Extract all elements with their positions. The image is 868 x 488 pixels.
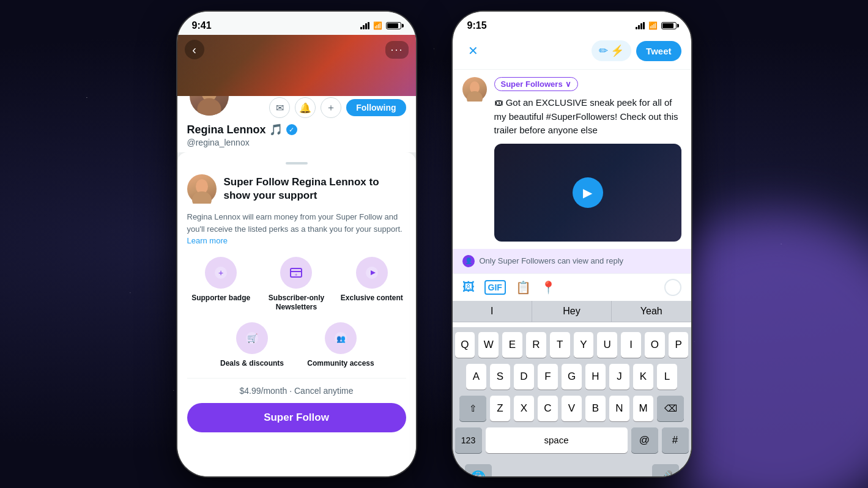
- key-m[interactable]: M: [633, 396, 653, 421]
- key-k[interactable]: K: [633, 364, 653, 390]
- lightning-icon: ⚡: [610, 44, 624, 57]
- location-icon[interactable]: 📍: [541, 280, 556, 295]
- message-button[interactable]: ✉: [269, 97, 290, 118]
- svg-text:+: +: [218, 268, 223, 278]
- notification-button[interactable]: 🔔: [295, 97, 316, 118]
- super-follow-button[interactable]: Super Follow: [187, 403, 406, 432]
- price-text: $4.99/month · Cancel anytime: [187, 386, 406, 396]
- tweet-compose-area: Super Followers ∨ 🎟 Got an EXCLUSIVE sne…: [453, 70, 691, 249]
- status-bar-2: 9:15 📶: [453, 12, 691, 35]
- key-n[interactable]: N: [609, 396, 629, 421]
- close-button[interactable]: ✕: [462, 40, 484, 62]
- key-e[interactable]: E: [502, 332, 522, 358]
- numbers-key[interactable]: 123: [455, 427, 482, 453]
- profile-name: Regina Lennox 🎵: [187, 123, 283, 136]
- key-b[interactable]: B: [585, 396, 606, 421]
- key-z[interactable]: Z: [490, 396, 510, 421]
- svg-text:+: +: [295, 272, 298, 278]
- svg-point-3: [192, 191, 212, 204]
- super-follow-sheet: Super Follow Regina Lennox to show your …: [177, 152, 416, 476]
- key-w[interactable]: W: [478, 332, 499, 358]
- tweet-content: Super Followers ∨ 🎟 Got an EXCLUSIVE sne…: [494, 77, 681, 242]
- tweet-header: ✕ ✏ ⚡ Tweet: [453, 35, 691, 70]
- exclusive-content-label: Exclusive content: [341, 294, 403, 303]
- add-button[interactable]: ＋: [321, 97, 341, 118]
- key-s[interactable]: S: [490, 364, 510, 390]
- status-icons-2: 📶: [636, 21, 677, 30]
- key-p[interactable]: P: [669, 332, 689, 358]
- perks-grid-bottom: 🛒 Deals & discounts 👥 Community access: [187, 322, 406, 369]
- signal-icon-2: [636, 22, 645, 29]
- status-time-1: 9:41: [192, 20, 212, 31]
- key-row-bottom: 123 space @ #: [455, 427, 689, 453]
- key-j[interactable]: J: [609, 364, 629, 390]
- profile-name-row: Regina Lennox 🎵 ✓: [187, 123, 406, 136]
- suggestion-i[interactable]: I: [453, 301, 532, 322]
- community-label: Community access: [307, 359, 374, 369]
- key-a[interactable]: A: [466, 364, 486, 390]
- supporter-badge-icon: +: [205, 257, 237, 289]
- learn-more-link[interactable]: Learn more: [187, 236, 228, 245]
- sheet-title: Super Follow Regina Lennox to show your …: [224, 176, 406, 202]
- svg-point-16: [467, 91, 483, 102]
- suggestion-yeah[interactable]: Yeah: [612, 301, 691, 322]
- audience-label: Super Followers: [501, 79, 563, 89]
- mic-key[interactable]: 🎤: [652, 464, 679, 477]
- key-g[interactable]: G: [562, 364, 582, 390]
- verified-badge: ✓: [286, 124, 297, 135]
- status-time-2: 9:15: [467, 20, 487, 31]
- key-x[interactable]: X: [514, 396, 534, 421]
- at-key[interactable]: @: [631, 427, 658, 453]
- battery-icon: [386, 22, 401, 29]
- gif-icon[interactable]: GIF: [484, 280, 506, 295]
- key-r[interactable]: R: [526, 332, 546, 358]
- key-row-3: ⇧ Z X C V B N M ⌫: [455, 396, 689, 421]
- tweet-button[interactable]: Tweet: [636, 41, 681, 61]
- key-y[interactable]: Y: [574, 332, 594, 358]
- key-v[interactable]: V: [562, 396, 582, 421]
- image-icon[interactable]: 🖼: [462, 280, 475, 294]
- space-key[interactable]: space: [486, 427, 628, 453]
- globe-key[interactable]: 🌐: [465, 464, 492, 477]
- keyboard-bottom-bar: 🌐 🎤: [455, 459, 689, 477]
- back-button[interactable]: ‹: [185, 40, 204, 59]
- key-f[interactable]: F: [538, 364, 558, 390]
- following-button[interactable]: Following: [346, 99, 406, 116]
- super-followers-notice: 👤 Only Super Followers can view and repl…: [453, 249, 691, 273]
- notice-icon: 👤: [462, 255, 475, 267]
- sheet-handle: [286, 162, 308, 165]
- action-buttons: ✉ 🔔 ＋ Following: [269, 97, 406, 118]
- key-t[interactable]: T: [550, 332, 570, 358]
- key-q[interactable]: Q: [455, 332, 475, 358]
- tweet-text[interactable]: 🎟 Got an EXCLUSIVE sneak peek for all of…: [494, 96, 681, 138]
- signal-icon: [360, 22, 369, 29]
- key-c[interactable]: C: [538, 396, 558, 421]
- wifi-icon-2: 📶: [648, 21, 658, 30]
- audience-selector[interactable]: Super Followers ∨: [494, 77, 578, 91]
- phone-2: 9:15 📶 ✕ ✏ ⚡: [453, 12, 691, 476]
- battery-icon-2: [661, 22, 677, 29]
- draft-button[interactable]: ✏ ⚡: [592, 40, 631, 61]
- video-thumbnail[interactable]: ▶: [494, 144, 681, 242]
- key-row-2: A S D F G H J K L: [455, 364, 689, 390]
- hash-key[interactable]: #: [662, 427, 689, 453]
- more-button[interactable]: ···: [385, 41, 408, 59]
- key-d[interactable]: D: [514, 364, 534, 390]
- delete-key[interactable]: ⌫: [657, 396, 684, 421]
- key-l[interactable]: L: [657, 364, 677, 390]
- play-button[interactable]: ▶: [573, 177, 603, 208]
- keyboard: Q W E R T Y U I O P A S D F G H J K: [453, 327, 691, 477]
- key-o[interactable]: O: [645, 332, 665, 358]
- deals-icon: 🛒: [236, 322, 268, 354]
- suggestion-hey[interactable]: Hey: [532, 301, 612, 322]
- key-h[interactable]: H: [585, 364, 606, 390]
- key-i[interactable]: I: [621, 332, 641, 358]
- shift-key[interactable]: ⇧: [459, 396, 486, 421]
- key-u[interactable]: U: [597, 332, 617, 358]
- status-icons-1: 📶: [360, 21, 401, 30]
- perk-newsletters: + Subscriber-only Newsletters: [262, 257, 330, 312]
- character-counter: [664, 279, 681, 296]
- supporter-badge-label: Supporter badge: [191, 294, 250, 303]
- list-icon[interactable]: 📋: [516, 280, 531, 295]
- perk-community: 👥 Community access: [300, 322, 382, 369]
